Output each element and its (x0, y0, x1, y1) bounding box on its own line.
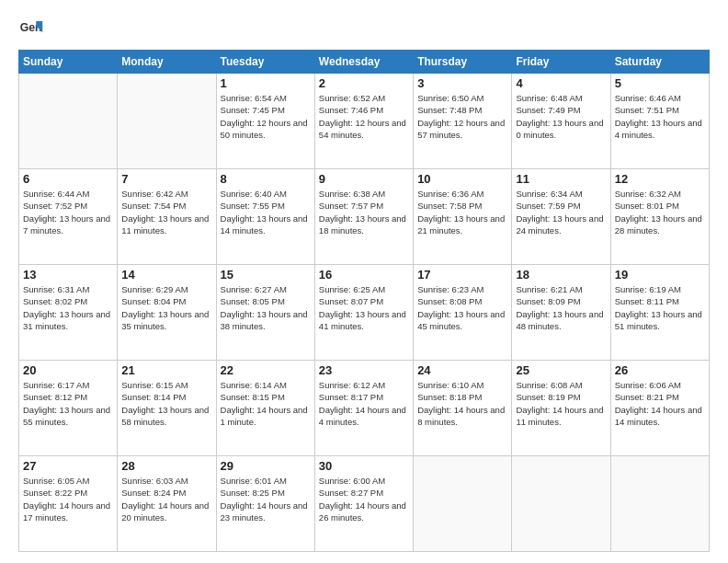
calendar-cell: 17Sunrise: 6:23 AM Sunset: 8:08 PM Dayli… (414, 265, 512, 361)
day-number: 27 (23, 459, 113, 473)
calendar-cell (19, 74, 118, 169)
day-number: 19 (615, 268, 705, 282)
day-number: 3 (417, 76, 507, 90)
day-info: Sunrise: 6:12 AM Sunset: 8:17 PM Dayligh… (319, 379, 409, 428)
calendar-cell (512, 456, 610, 552)
calendar-cell (414, 456, 512, 552)
day-info: Sunrise: 6:17 AM Sunset: 8:12 PM Dayligh… (23, 379, 113, 428)
calendar-cell: 26Sunrise: 6:06 AM Sunset: 8:21 PM Dayli… (610, 361, 709, 456)
day-info: Sunrise: 6:48 AM Sunset: 7:49 PM Dayligh… (516, 92, 606, 141)
calendar-cell: 24Sunrise: 6:10 AM Sunset: 8:18 PM Dayli… (414, 361, 512, 456)
day-number: 21 (121, 363, 211, 377)
day-number: 1 (221, 76, 311, 90)
calendar-cell: 30Sunrise: 6:00 AM Sunset: 8:27 PM Dayli… (314, 456, 413, 552)
week-row-5: 27Sunrise: 6:05 AM Sunset: 8:22 PM Dayli… (19, 456, 710, 552)
day-number: 29 (221, 459, 311, 473)
day-info: Sunrise: 6:15 AM Sunset: 8:14 PM Dayligh… (121, 379, 211, 428)
weekday-header-wednesday: Wednesday (314, 51, 413, 74)
calendar-cell: 21Sunrise: 6:15 AM Sunset: 8:14 PM Dayli… (118, 361, 216, 456)
day-number: 7 (121, 172, 211, 186)
calendar-cell: 10Sunrise: 6:36 AM Sunset: 7:58 PM Dayli… (414, 169, 512, 265)
day-number: 23 (319, 363, 409, 377)
day-info: Sunrise: 6:03 AM Sunset: 8:24 PM Dayligh… (121, 475, 211, 523)
calendar-cell: 23Sunrise: 6:12 AM Sunset: 8:17 PM Dayli… (314, 361, 413, 456)
day-info: Sunrise: 6:01 AM Sunset: 8:25 PM Dayligh… (221, 475, 311, 523)
calendar-cell: 6Sunrise: 6:44 AM Sunset: 7:52 PM Daylig… (19, 169, 118, 265)
day-number: 22 (221, 363, 311, 377)
week-row-3: 13Sunrise: 6:31 AM Sunset: 8:02 PM Dayli… (19, 265, 710, 361)
calendar-cell: 1Sunrise: 6:54 AM Sunset: 7:45 PM Daylig… (216, 74, 314, 169)
day-number: 20 (23, 363, 113, 377)
calendar-cell: 7Sunrise: 6:42 AM Sunset: 7:54 PM Daylig… (118, 169, 216, 265)
day-number: 8 (221, 172, 311, 186)
calendar-cell: 19Sunrise: 6:19 AM Sunset: 8:11 PM Dayli… (610, 265, 709, 361)
weekday-header-thursday: Thursday (414, 51, 512, 74)
day-number: 30 (319, 459, 409, 473)
day-number: 11 (516, 172, 606, 186)
calendar-cell: 3Sunrise: 6:50 AM Sunset: 7:48 PM Daylig… (414, 74, 512, 169)
calendar-cell: 16Sunrise: 6:25 AM Sunset: 8:07 PM Dayli… (314, 265, 413, 361)
day-number: 5 (615, 76, 705, 90)
calendar-cell: 25Sunrise: 6:08 AM Sunset: 8:19 PM Dayli… (512, 361, 610, 456)
day-info: Sunrise: 6:19 AM Sunset: 8:11 PM Dayligh… (615, 283, 705, 332)
calendar-cell: 18Sunrise: 6:21 AM Sunset: 8:09 PM Dayli… (512, 265, 610, 361)
calendar-cell: 8Sunrise: 6:40 AM Sunset: 7:55 PM Daylig… (216, 169, 314, 265)
day-info: Sunrise: 6:50 AM Sunset: 7:48 PM Dayligh… (417, 92, 507, 141)
day-info: Sunrise: 6:23 AM Sunset: 8:08 PM Dayligh… (417, 283, 507, 332)
day-info: Sunrise: 6:06 AM Sunset: 8:21 PM Dayligh… (615, 379, 705, 428)
day-info: Sunrise: 6:05 AM Sunset: 8:22 PM Dayligh… (23, 475, 113, 523)
calendar-cell: 4Sunrise: 6:48 AM Sunset: 7:49 PM Daylig… (512, 74, 610, 169)
day-info: Sunrise: 6:29 AM Sunset: 8:04 PM Dayligh… (121, 283, 211, 332)
calendar-cell: 13Sunrise: 6:31 AM Sunset: 8:02 PM Dayli… (19, 265, 118, 361)
day-number: 2 (319, 76, 409, 90)
weekday-header-row: SundayMondayTuesdayWednesdayThursdayFrid… (19, 51, 710, 74)
day-info: Sunrise: 6:46 AM Sunset: 7:51 PM Dayligh… (615, 92, 705, 141)
calendar-cell: 9Sunrise: 6:38 AM Sunset: 7:57 PM Daylig… (314, 169, 413, 265)
calendar-cell: 5Sunrise: 6:46 AM Sunset: 7:51 PM Daylig… (610, 74, 709, 169)
day-number: 6 (23, 172, 113, 186)
day-number: 17 (417, 268, 507, 282)
weekday-header-monday: Monday (118, 51, 216, 74)
day-number: 9 (319, 172, 409, 186)
day-info: Sunrise: 6:36 AM Sunset: 7:58 PM Dayligh… (417, 188, 507, 236)
calendar-table: SundayMondayTuesdayWednesdayThursdayFrid… (18, 50, 710, 552)
calendar-cell: 15Sunrise: 6:27 AM Sunset: 8:05 PM Dayli… (216, 265, 314, 361)
day-info: Sunrise: 6:34 AM Sunset: 7:59 PM Dayligh… (516, 188, 606, 236)
calendar-cell: 28Sunrise: 6:03 AM Sunset: 8:24 PM Dayli… (118, 456, 216, 552)
weekday-header-saturday: Saturday (610, 51, 709, 74)
day-info: Sunrise: 6:32 AM Sunset: 8:01 PM Dayligh… (615, 188, 705, 236)
logo: Gen (18, 15, 48, 40)
day-info: Sunrise: 6:38 AM Sunset: 7:57 PM Dayligh… (319, 188, 409, 236)
day-number: 10 (417, 172, 507, 186)
day-number: 24 (417, 363, 507, 377)
day-info: Sunrise: 6:08 AM Sunset: 8:19 PM Dayligh… (516, 379, 606, 428)
day-info: Sunrise: 6:40 AM Sunset: 7:55 PM Dayligh… (221, 188, 311, 236)
calendar-cell: 2Sunrise: 6:52 AM Sunset: 7:46 PM Daylig… (314, 74, 413, 169)
day-info: Sunrise: 6:44 AM Sunset: 7:52 PM Dayligh… (23, 188, 113, 236)
day-number: 12 (615, 172, 705, 186)
day-info: Sunrise: 6:42 AM Sunset: 7:54 PM Dayligh… (121, 188, 211, 236)
day-info: Sunrise: 6:52 AM Sunset: 7:46 PM Dayligh… (319, 92, 409, 141)
day-number: 15 (221, 268, 311, 282)
day-info: Sunrise: 6:21 AM Sunset: 8:09 PM Dayligh… (516, 283, 606, 332)
calendar-cell: 11Sunrise: 6:34 AM Sunset: 7:59 PM Dayli… (512, 169, 610, 265)
day-number: 18 (516, 268, 606, 282)
calendar-cell: 22Sunrise: 6:14 AM Sunset: 8:15 PM Dayli… (216, 361, 314, 456)
weekday-header-sunday: Sunday (19, 51, 118, 74)
page-header: Gen (18, 15, 710, 40)
calendar-cell (610, 456, 709, 552)
calendar-cell: 14Sunrise: 6:29 AM Sunset: 8:04 PM Dayli… (118, 265, 216, 361)
calendar-cell (118, 74, 216, 169)
day-number: 4 (516, 76, 606, 90)
logo-icon: Gen (18, 15, 44, 40)
calendar-cell: 29Sunrise: 6:01 AM Sunset: 8:25 PM Dayli… (216, 456, 314, 552)
weekday-header-friday: Friday (512, 51, 610, 74)
day-info: Sunrise: 6:14 AM Sunset: 8:15 PM Dayligh… (221, 379, 311, 428)
day-number: 16 (319, 268, 409, 282)
calendar-cell: 27Sunrise: 6:05 AM Sunset: 8:22 PM Dayli… (19, 456, 118, 552)
day-info: Sunrise: 6:10 AM Sunset: 8:18 PM Dayligh… (417, 379, 507, 428)
day-info: Sunrise: 6:25 AM Sunset: 8:07 PM Dayligh… (319, 283, 409, 332)
week-row-4: 20Sunrise: 6:17 AM Sunset: 8:12 PM Dayli… (19, 361, 710, 456)
weekday-header-tuesday: Tuesday (216, 51, 314, 74)
calendar-cell: 20Sunrise: 6:17 AM Sunset: 8:12 PM Dayli… (19, 361, 118, 456)
